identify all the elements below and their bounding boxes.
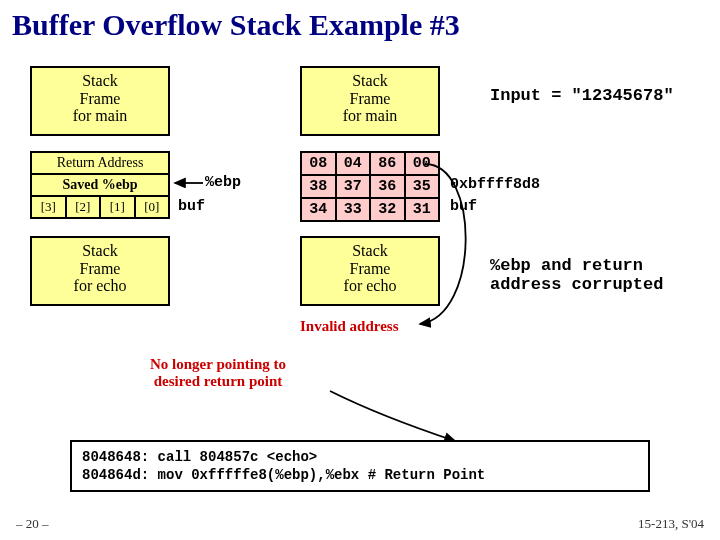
code-line-1: 8048648: call 804857c <echo> bbox=[82, 448, 638, 466]
left-buf-2: [2] bbox=[65, 197, 100, 217]
left-main-frame: Stack Frame for main bbox=[30, 66, 170, 136]
diagram-stage: Stack Frame for main Return Address Save… bbox=[0, 46, 720, 406]
right-row-2: 38 37 36 35 bbox=[302, 174, 438, 197]
byte-37: 37 bbox=[335, 176, 370, 197]
right-frame-table: 08 04 86 00 38 37 36 35 34 33 32 31 bbox=[300, 151, 440, 222]
byte-86: 86 bbox=[369, 153, 404, 174]
right-row-1: 08 04 86 00 bbox=[302, 153, 438, 174]
invalid-address-label: Invalid address bbox=[300, 318, 399, 335]
byte-31: 31 bbox=[404, 199, 439, 220]
right-ebp-value: 0xbffff8d8 bbox=[450, 176, 540, 193]
byte-36: 36 bbox=[369, 176, 404, 197]
left-saved-ebp: Saved %ebp bbox=[32, 175, 168, 195]
byte-04: 04 bbox=[335, 153, 370, 174]
code-line-2: 804864d: mov 0xfffffe8(%ebp),%ebx # Retu… bbox=[82, 466, 638, 484]
left-buf-1: [1] bbox=[99, 197, 134, 217]
right-echo-frame: Stack Frame for echo bbox=[300, 236, 440, 306]
byte-35: 35 bbox=[404, 176, 439, 197]
left-frame-table: Return Address Saved %ebp [3] [2] [1] [0… bbox=[30, 151, 170, 219]
buf-pointer-label: buf bbox=[178, 198, 205, 215]
left-buf-3: [3] bbox=[32, 197, 65, 217]
right-row-3: 34 33 32 31 bbox=[302, 197, 438, 220]
byte-33: 33 bbox=[335, 199, 370, 220]
right-main-frame: Stack Frame for main bbox=[300, 66, 440, 136]
byte-38: 38 bbox=[302, 176, 335, 197]
left-buf-row: [3] [2] [1] [0] bbox=[32, 195, 168, 217]
byte-34: 34 bbox=[302, 199, 335, 220]
corruption-label: %ebp and return address corrupted bbox=[490, 256, 663, 294]
left-return-address: Return Address bbox=[32, 153, 168, 173]
slide-number: – 20 – bbox=[16, 516, 49, 532]
ebp-pointer-label: %ebp bbox=[205, 174, 241, 191]
right-buf-label: buf bbox=[450, 198, 477, 215]
input-value-label: Input = "12345678" bbox=[490, 86, 674, 105]
page-title: Buffer Overflow Stack Example #3 bbox=[0, 0, 720, 46]
byte-08: 08 bbox=[302, 153, 335, 174]
byte-00: 00 bbox=[404, 153, 439, 174]
assembly-code-box: 8048648: call 804857c <echo> 804864d: mo… bbox=[70, 440, 650, 492]
no-longer-pointing-label: No longer pointing to desired return poi… bbox=[150, 356, 286, 390]
course-footer: 15-213, S'04 bbox=[638, 516, 704, 532]
left-buf-0: [0] bbox=[134, 197, 169, 217]
byte-32: 32 bbox=[369, 199, 404, 220]
left-echo-frame: Stack Frame for echo bbox=[30, 236, 170, 306]
